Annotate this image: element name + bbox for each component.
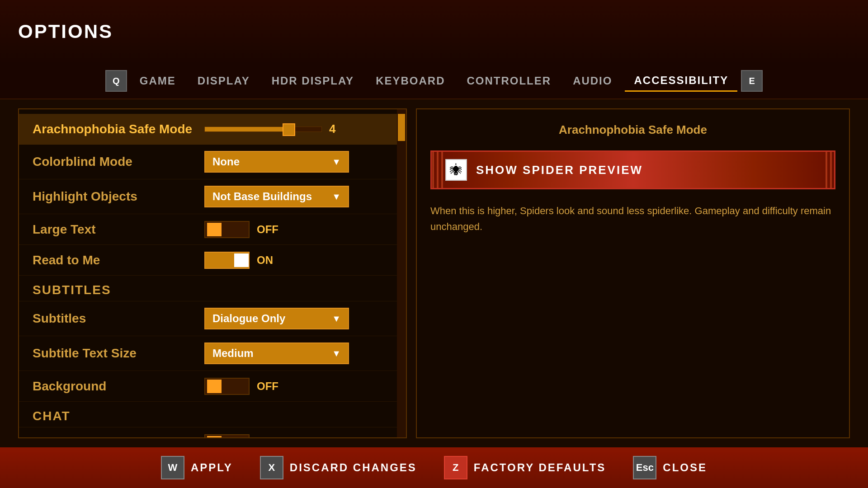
label-apply: APPLY (191, 461, 233, 474)
tab-hdr-display[interactable]: HDR DISPLAY (263, 71, 363, 91)
description-body: When this is higher, Spiders look and so… (430, 203, 835, 235)
toggle-large-text[interactable] (204, 221, 250, 238)
toggle-background-knob (207, 380, 222, 393)
main-content: Arachnophobia Safe Mode 4 Colorblind Mod… (0, 99, 868, 447)
dropdown-highlight-arrow: ▼ (332, 192, 341, 202)
dropdown-colorblind[interactable]: None ▼ (204, 151, 349, 173)
label-close: CLOSE (663, 461, 707, 474)
section-chat: CHAT (19, 402, 406, 427)
dropdown-subtitles-value: Dialogue Only (212, 312, 285, 325)
toggle-background-container: OFF (204, 378, 278, 395)
toggle-chat-tts-knob (207, 436, 222, 438)
setting-chat-text-to-speech[interactable]: Chat Text to Speech OFF (19, 427, 406, 437)
dropdown-subtitles[interactable]: Dialogue Only ▼ (204, 308, 349, 329)
setting-label-large-text: Large Text (33, 222, 204, 237)
setting-highlight-objects[interactable]: Highlight Objects Not Base Buildings ▼ (19, 179, 406, 214)
label-discard: DISCARD CHANGES (290, 461, 417, 474)
nav-bar: Q GAME DISPLAY HDR DISPLAY KEYBOARD CONT… (0, 63, 868, 99)
toggle-line-2 (239, 255, 242, 265)
toggle-background[interactable] (204, 378, 250, 395)
dropdown-colorblind-arrow: ▼ (332, 157, 341, 167)
nav-right-key[interactable]: E (741, 70, 763, 92)
toggle-large-text-container: OFF (204, 221, 278, 238)
setting-label-arachnophobia: Arachnophobia Safe Mode (33, 122, 204, 136)
section-subtitles: SUBTITLES (19, 276, 406, 301)
tab-game[interactable]: GAME (131, 71, 185, 91)
key-discard[interactable]: X (260, 456, 283, 479)
setting-subtitle-text-size[interactable]: Subtitle Text Size Medium ▼ (19, 336, 406, 371)
slider-value: 4 (329, 122, 343, 136)
toggle-read-to-me-status: ON (257, 254, 273, 267)
slider-thumb[interactable] (283, 123, 295, 136)
page-title: OPTIONS (18, 21, 113, 42)
slider-fill (205, 127, 289, 131)
scroll-indicator[interactable] (397, 109, 406, 437)
setting-large-text[interactable]: Large Text OFF (19, 214, 406, 245)
action-apply[interactable]: W APPLY (161, 456, 233, 479)
toggle-read-to-me-container: ON (204, 252, 273, 269)
action-close[interactable]: Esc CLOSE (633, 456, 707, 479)
toggle-chat-tts[interactable] (204, 434, 250, 438)
tab-display[interactable]: DISPLAY (189, 71, 259, 91)
nav-left-key[interactable]: Q (105, 70, 127, 92)
dropdown-colorblind-value: None (212, 155, 240, 168)
setting-label-background: Background (33, 379, 204, 394)
toggle-read-to-me[interactable] (204, 252, 250, 269)
dropdown-subtitle-text-size[interactable]: Medium ▼ (204, 343, 349, 364)
spider-preview-label: SHOW SPIDER PREVIEW (476, 163, 643, 177)
description-title: Arachnophobia Safe Mode (430, 123, 835, 137)
dropdown-highlight[interactable]: Not Base Buildings ▼ (204, 186, 349, 207)
tab-audio[interactable]: AUDIO (564, 71, 621, 91)
setting-label-subtitles: Subtitles (33, 311, 204, 326)
action-discard[interactable]: X DISCARD CHANGES (260, 456, 417, 479)
slider-arachnophobia[interactable]: 4 (204, 122, 392, 136)
setting-background[interactable]: Background OFF (19, 371, 406, 402)
top-bar: OPTIONS (0, 0, 868, 63)
settings-scroll[interactable]: Arachnophobia Safe Mode 4 Colorblind Mod… (19, 109, 406, 437)
slider-track[interactable] (204, 127, 322, 132)
label-factory: FACTORY DEFAULTS (474, 461, 606, 474)
toggle-lines (236, 255, 244, 265)
spider-preview-button[interactable]: 🕷 SHOW SPIDER PREVIEW (430, 150, 835, 189)
tab-accessibility[interactable]: ACCESSIBILITY (625, 70, 737, 92)
key-apply[interactable]: W (161, 456, 184, 479)
setting-arachnophobia[interactable]: Arachnophobia Safe Mode 4 (19, 114, 406, 145)
setting-subtitles[interactable]: Subtitles Dialogue Only ▼ (19, 301, 406, 336)
action-factory[interactable]: Z FACTORY DEFAULTS (444, 456, 606, 479)
setting-label-subtitle-text-size: Subtitle Text Size (33, 346, 204, 361)
spider-icon: 🕷 (445, 159, 467, 181)
dropdown-subtitle-text-size-arrow: ▼ (332, 348, 341, 359)
setting-label-read-to-me: Read to Me (33, 253, 204, 267)
toggle-line-1 (236, 255, 239, 265)
toggle-chat-tts-container: OFF (204, 434, 278, 438)
setting-label-chat-tts: Chat Text to Speech (33, 436, 204, 438)
setting-label-highlight: Highlight Objects (33, 189, 204, 204)
setting-label-colorblind: Colorblind Mode (33, 155, 204, 169)
description-panel: Arachnophobia Safe Mode 🕷 SHOW SPIDER PR… (416, 108, 850, 438)
toggle-large-text-status: OFF (257, 223, 278, 236)
setting-colorblind[interactable]: Colorblind Mode None ▼ (19, 145, 406, 179)
dropdown-subtitles-arrow: ▼ (332, 314, 341, 324)
dropdown-highlight-value: Not Base Buildings (212, 190, 312, 203)
toggle-background-status: OFF (257, 380, 278, 393)
toggle-large-text-knob (207, 223, 222, 236)
settings-panel: Arachnophobia Safe Mode 4 Colorblind Mod… (18, 108, 407, 438)
key-close[interactable]: Esc (633, 456, 656, 479)
key-factory[interactable]: Z (444, 456, 467, 479)
dropdown-subtitle-text-size-value: Medium (212, 347, 254, 360)
tab-controller[interactable]: CONTROLLER (458, 71, 560, 91)
scroll-thumb[interactable] (398, 114, 405, 141)
setting-read-to-me[interactable]: Read to Me ON (19, 245, 406, 276)
bottom-bar: W APPLY X DISCARD CHANGES Z FACTORY DEFA… (0, 447, 868, 488)
toggle-chat-tts-status: OFF (257, 436, 278, 438)
tab-keyboard[interactable]: KEYBOARD (367, 71, 454, 91)
